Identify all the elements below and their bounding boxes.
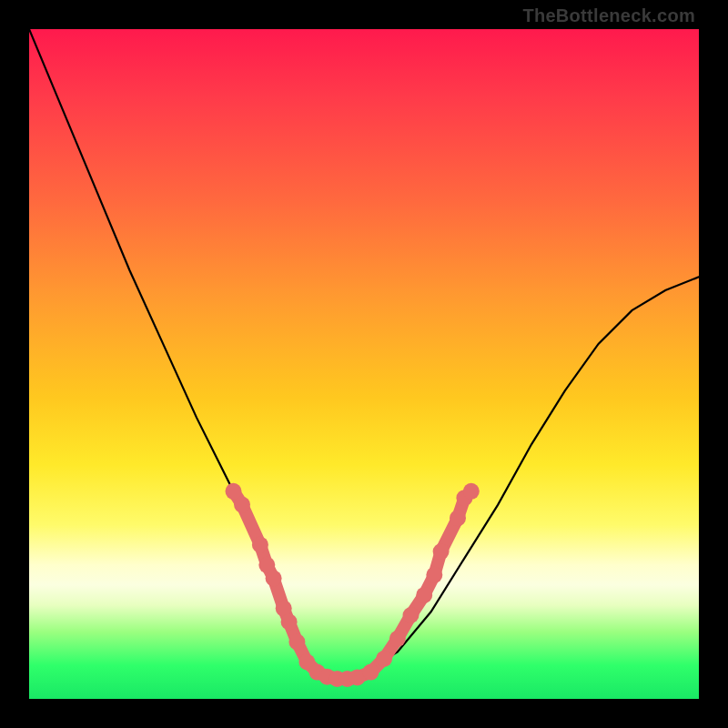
- chart-frame: TheBottleneck.com: [0, 0, 728, 728]
- curve-marker-dot: [403, 607, 420, 623]
- curve-marker-dot: [226, 483, 242, 500]
- curve-marker-dot: [426, 567, 442, 583]
- curve-marker-dot: [288, 633, 305, 650]
- curve-marker-dot: [389, 631, 406, 647]
- curve-marker-dot: [234, 497, 250, 513]
- bottleneck-curve-path: [29, 29, 699, 679]
- curve-marker-dot: [433, 543, 450, 560]
- plot-area: [29, 29, 699, 699]
- curve-marker-dot: [376, 651, 392, 667]
- watermark-text: TheBottleneck.com: [522, 5, 695, 26]
- curve-marker-dot: [266, 571, 282, 587]
- chart-svg: [29, 29, 699, 699]
- curve-marker-dot: [362, 664, 379, 681]
- curve-markers: [226, 483, 480, 687]
- curve-marker-dot: [463, 483, 480, 500]
- curve-marker-dot: [252, 537, 268, 553]
- curve-marker-dot: [416, 587, 432, 603]
- curve-marker-dot: [281, 613, 298, 630]
- curve-marker-dot: [450, 510, 466, 526]
